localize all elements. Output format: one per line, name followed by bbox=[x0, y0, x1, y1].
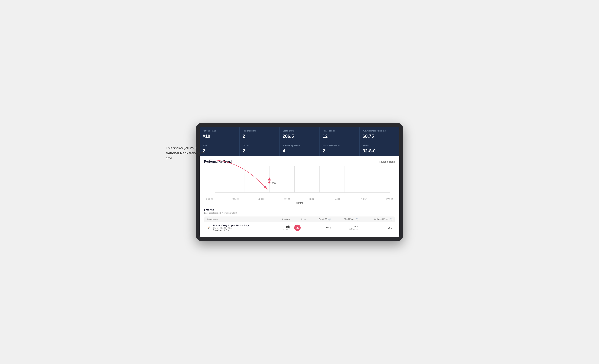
events-section: Events Last updated: 24th November 2023 … bbox=[200, 208, 399, 237]
events-title: Events bbox=[204, 208, 395, 212]
performance-chart: #10 bbox=[204, 166, 395, 196]
col-position: Position bbox=[274, 216, 292, 222]
event-date: Oct 9 – Oct 10, 2023 bbox=[213, 227, 249, 229]
chart-svg: #10 bbox=[204, 166, 395, 196]
info-icon-sg[interactable]: i bbox=[328, 218, 331, 221]
performance-header: Performance Trend National Rank bbox=[204, 160, 395, 163]
info-icon-weighted-points[interactable]: i bbox=[390, 218, 392, 221]
col-score: Score bbox=[292, 216, 308, 222]
stat-scoring-avg: Scoring Avg. 286.5 bbox=[280, 127, 319, 142]
x-label-jan24: JAN 24 bbox=[284, 198, 290, 200]
stats-grid-row1: National Rank #10 Regional Rank 2 Scorin… bbox=[200, 127, 399, 142]
col-total-points: Total Points i bbox=[333, 216, 361, 222]
col-event-sg: Event SG i bbox=[308, 216, 333, 222]
event-total-points: 28.3 3 Rounds bbox=[333, 222, 361, 233]
svg-text:#10: #10 bbox=[272, 181, 276, 184]
performance-title: Performance Trend bbox=[204, 160, 232, 163]
tablet-screen: National Rank #10 Regional Rank 2 Scorin… bbox=[200, 127, 399, 237]
event-sg: 0.45 bbox=[308, 222, 333, 233]
svg-point-10 bbox=[268, 181, 271, 184]
col-event-name: Event Name bbox=[204, 216, 274, 222]
info-icon-total-points[interactable]: i bbox=[356, 218, 358, 221]
tooltip-annotation: This shows you your National Rank trend … bbox=[166, 146, 207, 161]
x-label-feb24: FEB 24 bbox=[309, 198, 315, 200]
rank-impact-arrow: ▼ bbox=[228, 229, 230, 231]
events-header: Events Last updated: 24th November 2023 bbox=[204, 208, 395, 214]
x-label-oct23: OCT 23 bbox=[206, 198, 213, 200]
stat-national-rank: National Rank #10 bbox=[200, 127, 239, 142]
x-label-apr24: APR 24 bbox=[361, 198, 367, 200]
performance-subtitle: National Rank bbox=[379, 160, 395, 163]
stat-stroke-play-events: Stroke Play Events 4 bbox=[280, 142, 319, 156]
stat-record: Record 32-8-0 bbox=[360, 142, 399, 156]
table-header-row: Event Name Position Score Event SG i Tot… bbox=[204, 216, 395, 222]
stat-avg-weighted-points: Avg. Weighted Points i 68.75 bbox=[360, 127, 399, 142]
x-label-dec23: DEC 23 bbox=[258, 198, 264, 200]
event-icon: 🏌 bbox=[207, 225, 211, 230]
stats-grid-row2: Wins 2 Top 3s 2 Stroke Play Events 4 Mat… bbox=[200, 142, 399, 156]
chart-x-axis: OCT 23 NOV 23 DEC 23 JAN 24 FEB 24 MAR 2… bbox=[204, 198, 395, 200]
chart-x-title: Months bbox=[204, 201, 395, 206]
stat-regional-rank: Regional Rank 2 bbox=[240, 127, 279, 142]
events-table: Event Name Position Score Event SG i Tot… bbox=[204, 216, 395, 233]
event-name: Buster Cozy Cup – Stroke Play bbox=[213, 224, 249, 227]
event-weighted-points: 28.3 bbox=[361, 222, 395, 233]
event-position: 6th out of 7 bbox=[274, 222, 292, 233]
tablet-device: National Rank #10 Regional Rank 2 Scorin… bbox=[196, 123, 403, 241]
stat-match-play-events: Match Play Events 2 bbox=[320, 142, 359, 156]
event-name-cell: 🏌 Buster Cozy Cup – Stroke Play Oct 9 – … bbox=[204, 222, 274, 233]
event-score: -22 bbox=[292, 222, 308, 233]
x-label-may24: MAY 24 bbox=[386, 198, 393, 200]
performance-section: Performance Trend National Rank bbox=[200, 156, 399, 208]
table-row[interactable]: 🏌 Buster Cozy Cup – Stroke Play Oct 9 – … bbox=[204, 222, 395, 233]
x-label-mar24: MAR 24 bbox=[335, 198, 341, 200]
x-label-nov23: NOV 23 bbox=[232, 198, 239, 200]
svg-marker-11 bbox=[268, 178, 271, 180]
stat-total-rounds: Total Rounds 12 bbox=[320, 127, 359, 142]
stat-top3s: Top 3s 2 bbox=[240, 142, 279, 156]
events-updated: Last updated: 24th November 2023 bbox=[204, 212, 395, 214]
event-rank-impact: Rank Impact: 3 ▼ bbox=[213, 229, 249, 231]
col-weighted-points: Weighted Points i bbox=[361, 216, 395, 222]
score-badge: -22 bbox=[294, 225, 301, 231]
info-icon-avg-weighted[interactable]: i bbox=[383, 130, 386, 132]
scene: This shows you your National Rank trend … bbox=[196, 123, 403, 241]
